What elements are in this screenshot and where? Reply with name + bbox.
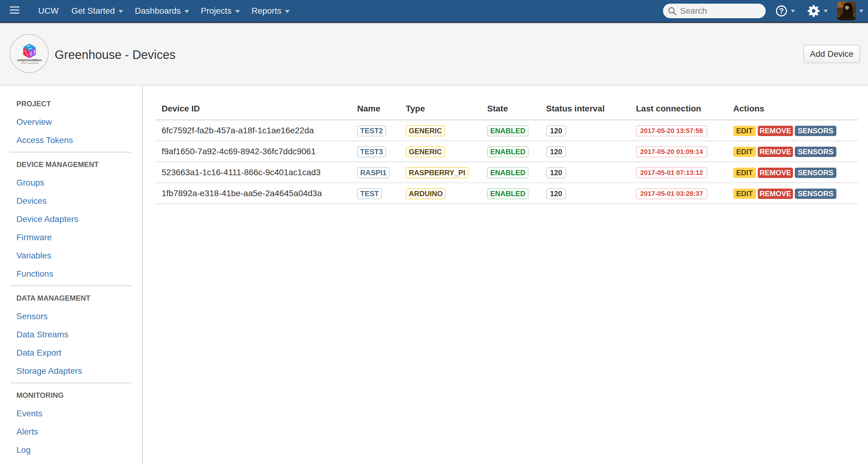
svg-text:Unity{Cloud}Ware: Unity{Cloud}Ware <box>17 58 41 62</box>
svg-text:?: ? <box>779 7 783 15</box>
svg-text:Think Connected: Think Connected <box>20 62 38 64</box>
